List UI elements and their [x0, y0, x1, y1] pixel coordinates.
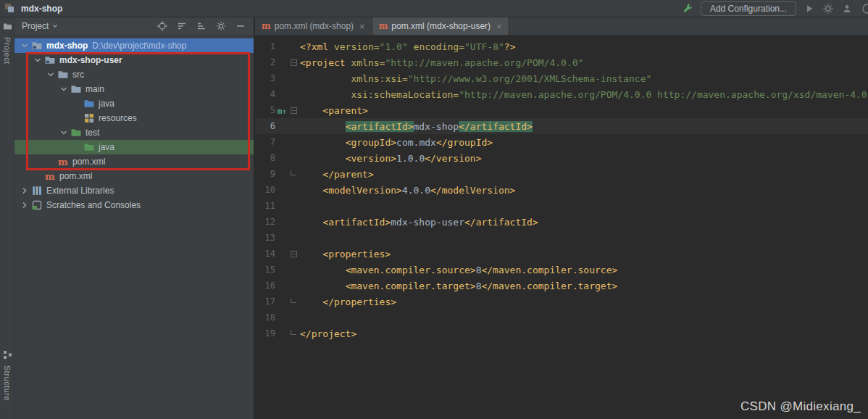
tree-item-label: mdx-shop-user [59, 55, 122, 65]
code-line-4[interactable]: 4 xsi:schemaLocation="http://maven.apach… [255, 86, 868, 102]
tree-item-label: External Libraries [46, 186, 114, 196]
tree-item-java[interactable]: java [14, 140, 254, 154]
code-line-6[interactable]: 6 <artifactId>mdx-shop</artifactId> [255, 118, 868, 134]
line-number: 14 [255, 249, 275, 259]
tree-item-label: pom.xml [72, 157, 105, 167]
test-folder-icon [70, 127, 82, 138]
code-line-19[interactable]: 19</project> [255, 325, 868, 341]
line-number: 11 [255, 201, 275, 211]
libraries-icon [31, 185, 43, 196]
tree-item-scratches-and-consoles[interactable]: Scratches and Consoles [14, 198, 254, 212]
watermark-text: CSDN @Midiexiang_ [740, 399, 861, 414]
code-text: <parent> [300, 105, 368, 116]
profile-circle-icon[interactable] [860, 3, 868, 14]
stripe-button-structure[interactable]: Structure [0, 349, 14, 401]
close-tab-icon[interactable]: × [496, 21, 502, 32]
fold-end-icon[interactable] [288, 300, 299, 303]
module-folder-icon [44, 54, 56, 66]
line-number: 6 [255, 121, 275, 131]
code-line-14[interactable]: 14 <properties> [255, 246, 868, 262]
hide-panel-icon[interactable] [235, 20, 246, 32]
fold-collapse-icon[interactable] [288, 251, 299, 257]
code-line-5[interactable]: 5m↑ <parent> [255, 102, 868, 118]
close-tab-icon[interactable]: × [359, 21, 365, 32]
collapse-all-icon[interactable] [196, 20, 207, 32]
fold-collapse-icon[interactable] [288, 59, 299, 66]
resources-folder-icon [83, 112, 95, 124]
users-icon[interactable] [841, 3, 853, 14]
maven-file-icon: m [262, 22, 271, 30]
chevron-down-icon[interactable] [19, 40, 30, 51]
code-line-11[interactable]: 11 [255, 198, 868, 214]
chevron-right-icon[interactable] [19, 199, 30, 211]
code-lines[interactable]: 1<?xml version="1.0" encoding="UTF-8"?>2… [255, 36, 868, 419]
code-line-8[interactable]: 8 <version>1.0.0</version> [255, 150, 868, 166]
editor-tab[interactable]: mpom.xml (mdx-shop)× [255, 17, 372, 35]
fold-end-icon[interactable] [288, 173, 299, 175]
tree-item-src[interactable]: src [14, 67, 254, 82]
project-stripe-icon [3, 21, 12, 34]
chevron-down-icon[interactable] [32, 54, 43, 66]
expand-all-icon[interactable] [176, 20, 188, 32]
chevron-down-icon[interactable] [58, 127, 70, 138]
project-panel-title[interactable]: Project [22, 21, 49, 31]
code-line-2[interactable]: 2<project xmlns="http://maven.apache.org… [255, 54, 868, 70]
code-text: <modelVersion>4.0.0</modelVersion> [300, 185, 515, 196]
tree-item-resources[interactable]: resources [14, 111, 254, 125]
folder-icon [57, 69, 69, 80]
code-line-3[interactable]: 3 xmlns:xsi="http://www.w3.org/2001/XMLS… [255, 70, 868, 86]
run-icon[interactable] [804, 3, 815, 14]
code-line-15[interactable]: 15 <maven.compiler.source>8</maven.compi… [255, 262, 868, 278]
tree-item-label: pom.xml [59, 171, 92, 181]
app-icon [4, 3, 16, 14]
tab-label: pom.xml (mdx-shop) [275, 21, 354, 31]
code-line-13[interactable]: 13 [255, 230, 868, 246]
locate-file-icon[interactable] [157, 20, 168, 32]
stripe-label-structure: Structure [3, 365, 12, 401]
fold-collapse-icon[interactable] [288, 107, 299, 114]
tree-item-label: java [99, 142, 114, 152]
tree-item-main[interactable]: main [14, 82, 254, 96]
line-number: 16 [255, 281, 275, 291]
fold-end-icon[interactable] [288, 332, 299, 335]
window-project-title: mdx-shop [21, 4, 62, 14]
editor-tab-bar: mpom.xml (mdx-shop)×mpom.xml (mdx-shop-u… [255, 17, 868, 36]
chevron-down-icon[interactable] [58, 83, 70, 95]
code-line-10[interactable]: 10 <modelVersion>4.0.0</modelVersion> [255, 182, 868, 198]
tree-item-pom-xml[interactable]: mpom.xml [14, 154, 254, 169]
tree-item-java[interactable]: java [14, 96, 254, 111]
code-text: <maven.compiler.source>8</maven.compiler… [300, 265, 617, 275]
chevron-right-icon[interactable] [19, 185, 30, 196]
code-line-17[interactable]: 17 </properties> [255, 294, 868, 310]
editor-tab[interactable]: mpom.xml (mdx-shop-user)× [372, 17, 509, 35]
maven-parent-nav-icon[interactable]: m↑ [275, 105, 288, 116]
tree-item-test[interactable]: test [14, 125, 254, 140]
tree-item-label: java [99, 99, 114, 109]
add-configuration-button[interactable]: Add Configuration... [701, 1, 796, 16]
maven-icon: m [44, 170, 56, 182]
code-line-1[interactable]: 1<?xml version="1.0" encoding="UTF-8"?> [255, 38, 868, 54]
code-text: <?xml version="1.0" encoding="UTF-8"?> [300, 41, 515, 52]
wrench-icon[interactable] [682, 3, 693, 14]
line-number: 9 [255, 169, 275, 179]
tree-item-mdx-shop[interactable]: mdx-shopD:\dev\project\mdx-shop [14, 38, 254, 53]
tree-item-pom-xml[interactable]: mpom.xml [14, 169, 254, 183]
code-line-9[interactable]: 9 </parent> [255, 166, 868, 182]
tree-item-external-libraries[interactable]: External Libraries [14, 183, 254, 198]
code-line-12[interactable]: 12 <artifactId>mdx-shop-user</artifactId… [255, 214, 868, 230]
stripe-button-project[interactable]: Project [0, 21, 14, 65]
line-number: 10 [255, 185, 275, 195]
tool-window-stripe: Project Structure [0, 17, 14, 419]
code-line-7[interactable]: 7 <groupId>com.mdx</groupId> [255, 134, 868, 150]
settings-gear-icon[interactable] [822, 3, 834, 14]
chevron-down-icon[interactable] [45, 69, 57, 80]
tree-item-mdx-shop-user[interactable]: mdx-shop-user [14, 53, 254, 67]
chevron-down-icon[interactable] [51, 22, 59, 30]
line-number: 17 [255, 296, 275, 307]
panel-settings-icon[interactable] [215, 20, 227, 32]
structure-stripe-icon [3, 349, 12, 362]
code-line-18[interactable]: 18 [255, 310, 868, 325]
code-line-16[interactable]: 16 <maven.compiler.target>8</maven.compi… [255, 278, 868, 294]
stripe-label-project: Project [3, 37, 12, 65]
line-number: 19 [255, 328, 275, 339]
